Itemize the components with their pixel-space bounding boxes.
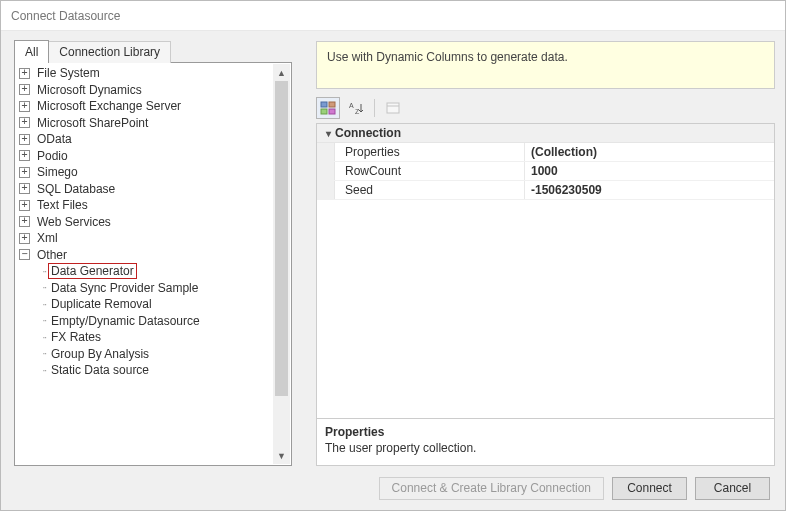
tree-scrollbar[interactable]: ▲ ▼ bbox=[273, 64, 290, 464]
property-name: RowCount bbox=[335, 162, 525, 180]
expand-icon[interactable]: + bbox=[19, 167, 30, 178]
tree-node-sql-database[interactable]: +SQL Database bbox=[17, 181, 273, 198]
tree-connector-icon bbox=[34, 315, 48, 326]
tree-node-duplicate-removal[interactable]: Duplicate Removal bbox=[17, 296, 273, 313]
tree-node-fx-rates[interactable]: FX Rates bbox=[17, 329, 273, 346]
expand-icon[interactable]: + bbox=[19, 84, 30, 95]
property-category[interactable]: ▾Connection bbox=[317, 124, 774, 143]
tab-strip: All Connection Library bbox=[14, 41, 292, 63]
scroll-down-icon[interactable]: ▼ bbox=[273, 447, 290, 464]
expand-icon[interactable]: + bbox=[19, 200, 30, 211]
categorized-icon[interactable] bbox=[316, 97, 340, 119]
property-row-properties[interactable]: Properties(Collection) bbox=[317, 143, 774, 162]
tree-node-web-services[interactable]: +Web Services bbox=[17, 214, 273, 231]
tree-node-label: SQL Database bbox=[34, 182, 118, 196]
svg-rect-3 bbox=[329, 109, 335, 114]
row-gutter bbox=[317, 143, 335, 161]
svg-text:Z: Z bbox=[355, 108, 360, 115]
scroll-up-icon[interactable]: ▲ bbox=[273, 64, 290, 81]
tree-node-group-by-analysis[interactable]: Group By Analysis bbox=[17, 346, 273, 363]
tree-node-text-files[interactable]: +Text Files bbox=[17, 197, 273, 214]
propgrid-toolbar: AZ bbox=[316, 89, 775, 123]
datasource-tree: +File System+Microsoft Dynamics+Microsof… bbox=[14, 62, 292, 466]
expand-icon[interactable]: + bbox=[19, 101, 30, 112]
tree-node-label: Podio bbox=[34, 149, 71, 163]
dialog-footer: Connect & Create Library Connection Conn… bbox=[1, 466, 785, 510]
tree-node-label: Empty/Dynamic Datasource bbox=[48, 314, 203, 328]
category-label: Connection bbox=[335, 126, 401, 140]
tree-connector-icon bbox=[34, 299, 48, 310]
cancel-button[interactable]: Cancel bbox=[695, 477, 770, 500]
tab-connection-library[interactable]: Connection Library bbox=[48, 41, 171, 63]
tree-node-label: Microsoft Exchange Server bbox=[34, 99, 184, 113]
expand-icon[interactable]: + bbox=[19, 150, 30, 161]
property-description: Properties The user property collection. bbox=[317, 418, 774, 465]
property-value[interactable]: -1506230509 bbox=[525, 181, 774, 199]
tree-node-label: Other bbox=[34, 248, 70, 262]
tree-node-file-system[interactable]: +File System bbox=[17, 65, 273, 82]
tree-node-label: Data Sync Provider Sample bbox=[48, 281, 201, 295]
property-row-seed[interactable]: Seed-1506230509 bbox=[317, 181, 774, 200]
right-panel: Use with Dynamic Columns to generate dat… bbox=[316, 41, 775, 466]
tree-connector-icon bbox=[34, 282, 48, 293]
tree-node-label: OData bbox=[34, 132, 75, 146]
tree-node-microsoft-exchange-server[interactable]: +Microsoft Exchange Server bbox=[17, 98, 273, 115]
svg-text:A: A bbox=[349, 102, 354, 109]
property-value[interactable]: 1000 bbox=[525, 162, 774, 180]
alphabetical-icon[interactable]: AZ bbox=[344, 97, 368, 119]
svg-rect-2 bbox=[321, 109, 327, 114]
expand-icon[interactable]: + bbox=[19, 134, 30, 145]
tree-node-label: Static Data source bbox=[48, 363, 152, 377]
tree-node-odata[interactable]: +OData bbox=[17, 131, 273, 148]
dialog-window: Connect Datasource All Connection Librar… bbox=[0, 0, 786, 511]
info-banner: Use with Dynamic Columns to generate dat… bbox=[316, 41, 775, 89]
tree-connector-icon bbox=[34, 266, 48, 277]
tree-node-label: Microsoft Dynamics bbox=[34, 83, 145, 97]
svg-rect-0 bbox=[321, 102, 327, 107]
tree-node-microsoft-dynamics[interactable]: +Microsoft Dynamics bbox=[17, 82, 273, 99]
scroll-thumb[interactable] bbox=[275, 81, 288, 396]
property-grid: ▾ConnectionProperties(Collection)RowCoun… bbox=[316, 123, 775, 466]
content-area: All Connection Library +File System+Micr… bbox=[1, 31, 785, 466]
row-gutter bbox=[317, 162, 335, 180]
expand-icon[interactable]: + bbox=[19, 117, 30, 128]
tree-node-label: Text Files bbox=[34, 198, 91, 212]
tree-node-simego[interactable]: +Simego bbox=[17, 164, 273, 181]
connect-create-library-button[interactable]: Connect & Create Library Connection bbox=[379, 477, 604, 500]
description-title: Properties bbox=[325, 425, 766, 439]
connect-button[interactable]: Connect bbox=[612, 477, 687, 500]
tree-connector-icon bbox=[34, 348, 48, 359]
tree-node-label: Data Generator bbox=[48, 263, 137, 279]
tree-node-xml[interactable]: +Xml bbox=[17, 230, 273, 247]
tree-node-label: FX Rates bbox=[48, 330, 104, 344]
window-title: Connect Datasource bbox=[1, 1, 785, 31]
tree-node-data-sync-provider-sample[interactable]: Data Sync Provider Sample bbox=[17, 280, 273, 297]
svg-rect-1 bbox=[329, 102, 335, 107]
tree-node-label: Group By Analysis bbox=[48, 347, 152, 361]
svg-rect-6 bbox=[387, 103, 399, 113]
left-panel: All Connection Library +File System+Micr… bbox=[14, 41, 292, 466]
collapse-icon[interactable]: − bbox=[19, 249, 30, 260]
tree-node-label: Duplicate Removal bbox=[48, 297, 155, 311]
row-gutter bbox=[317, 181, 335, 199]
tree-node-microsoft-sharepoint[interactable]: +Microsoft SharePoint bbox=[17, 115, 273, 132]
tree-node-label: Simego bbox=[34, 165, 81, 179]
tree-connector-icon bbox=[34, 365, 48, 376]
property-row-rowcount[interactable]: RowCount1000 bbox=[317, 162, 774, 181]
expand-icon[interactable]: + bbox=[19, 68, 30, 79]
property-name: Seed bbox=[335, 181, 525, 199]
expand-icon[interactable]: + bbox=[19, 183, 30, 194]
expand-icon[interactable]: + bbox=[19, 216, 30, 227]
tree-node-static-data-source[interactable]: Static Data source bbox=[17, 362, 273, 379]
tree-node-podio[interactable]: +Podio bbox=[17, 148, 273, 165]
tree-node-label: File System bbox=[34, 66, 103, 80]
tree-node-other[interactable]: −Other bbox=[17, 247, 273, 264]
tree-node-empty-dynamic-datasource[interactable]: Empty/Dynamic Datasource bbox=[17, 313, 273, 330]
tab-all[interactable]: All bbox=[14, 40, 49, 63]
property-name: Properties bbox=[335, 143, 525, 161]
property-value[interactable]: (Collection) bbox=[525, 143, 774, 161]
tree-node-data-generator[interactable]: Data Generator bbox=[17, 263, 273, 280]
expand-icon[interactable]: + bbox=[19, 233, 30, 244]
chevron-down-icon: ▾ bbox=[321, 128, 335, 139]
property-pages-icon[interactable] bbox=[381, 97, 405, 119]
